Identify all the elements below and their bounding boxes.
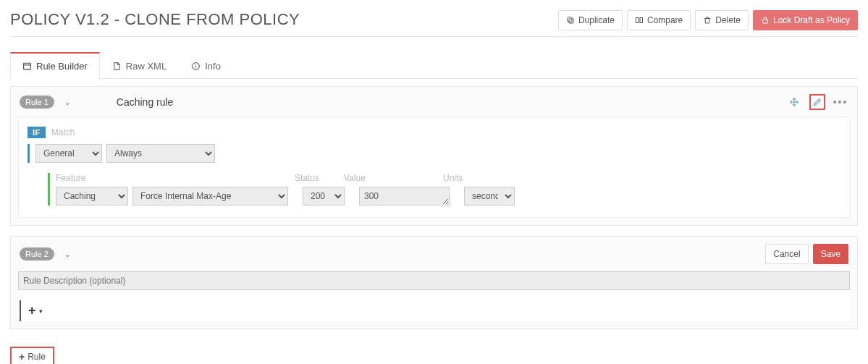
tab-rule-builder[interactable]: Rule Builder [10,52,100,79]
feature-category-select[interactable]: Caching [56,187,128,206]
status-col-label: Status [295,173,340,183]
compare-label: Compare [647,15,683,25]
cancel-button[interactable]: Cancel [765,244,808,264]
feature-name-select[interactable]: Force Internal Max-Age [132,187,288,206]
tab-raw-xml[interactable]: Raw XML [100,52,179,79]
svg-rect-1 [568,17,572,22]
feature-col-label: Feature [56,173,290,183]
if-badge: IF [28,127,46,138]
rule-1-panel: Rule 1 ⌄ Caching rule ••• IF Match Gener… [10,86,858,226]
add-rule-button[interactable]: + Rule [10,347,54,364]
tabs: Rule Builder Raw XML Info [10,51,858,79]
header-actions: Duplicate Compare Delete Lock Draft as P… [558,10,858,30]
duplicate-button[interactable]: Duplicate [558,10,623,30]
delete-label: Delete [715,15,741,25]
svg-rect-5 [24,63,31,69]
status-select[interactable]: 200 [303,187,345,206]
save-button[interactable]: Save [813,244,848,264]
compare-button[interactable]: Compare [627,10,691,30]
add-condition-caret-icon[interactable]: ▾ [39,308,43,315]
match-heading: Match [51,127,75,137]
tab-rawxml-label: Raw XML [126,61,167,72]
svg-rect-3 [640,18,643,23]
delete-button[interactable]: Delete [695,10,749,30]
rule-1-badge: Rule 1 [20,96,54,109]
lock-label: Lock Draft as Policy [773,15,850,25]
trash-icon [703,16,712,25]
rule-2-panel: Rule 2 ⌄ Cancel Save + ▾ [10,236,858,329]
tab-builder-label: Rule Builder [36,61,88,72]
tab-info[interactable]: Info [179,52,233,79]
svg-rect-2 [636,18,639,23]
rule-description-input[interactable] [18,271,850,290]
move-icon[interactable] [786,94,802,110]
value-col-label: Value [344,173,439,183]
more-icon[interactable]: ••• [833,94,848,110]
compare-icon [635,16,644,25]
edit-icon[interactable] [809,94,825,110]
lock-icon [761,16,770,25]
add-rule-label: Rule [28,352,46,362]
match-type-select[interactable]: Always [106,144,215,163]
add-condition-icon[interactable]: + [28,303,36,318]
builder-icon [22,62,32,71]
tab-info-label: Info [205,61,221,72]
duplicate-label: Duplicate [578,15,615,25]
units-col-label: Units [443,173,494,183]
rule-1-collapse-toggle[interactable]: ⌄ [62,98,73,106]
info-icon [191,62,201,71]
lock-draft-button[interactable]: Lock Draft as Policy [753,10,858,30]
match-category-select[interactable]: General [35,144,102,163]
rule-2-collapse-toggle[interactable]: ⌄ [62,250,73,258]
rule-1-name: Caching rule [117,96,174,108]
plus-icon: + [19,351,25,363]
xml-icon [112,62,122,71]
page-title: POLICY V1.2 - CLONE FROM POLICY [10,10,300,29]
duplicate-icon [566,16,575,25]
svg-point-9 [195,64,196,64]
units-select[interactable]: seconds [464,187,515,206]
value-input[interactable]: 300 [359,187,450,206]
svg-rect-0 [569,19,573,23]
svg-rect-4 [762,20,767,24]
rule-2-badge: Rule 2 [20,247,54,261]
